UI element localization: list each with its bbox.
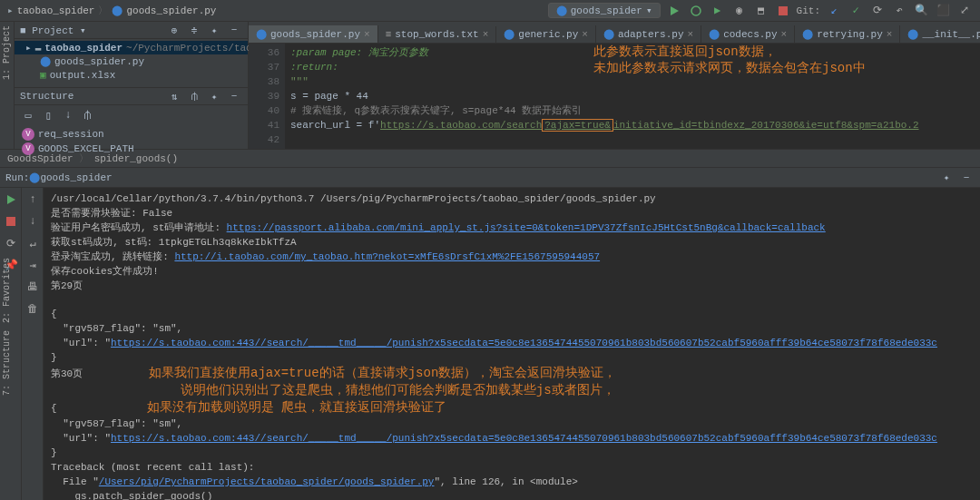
file-item-xlsx[interactable]: ▣ output.xlsx: [15, 68, 248, 82]
scroll-end-button[interactable]: ⇥: [24, 257, 41, 273]
print-button[interactable]: 🖶: [24, 279, 41, 295]
vcs-update-button[interactable]: ↙: [826, 3, 842, 19]
vcs-revert-button[interactable]: ↶: [891, 3, 907, 19]
rerun-button[interactable]: [3, 191, 19, 208]
select-opened-icon[interactable]: ⊕: [166, 22, 182, 38]
svg-point-0: [691, 6, 701, 15]
tab-stop-words[interactable]: ≡stop_words.txt×: [378, 26, 497, 43]
structure-hide-icon[interactable]: −: [226, 88, 242, 104]
folder-icon: ▬: [35, 43, 42, 54]
file-label: goods_spider.py: [54, 56, 144, 67]
close-icon[interactable]: ×: [364, 29, 370, 40]
maximize-button[interactable]: ⤢: [956, 3, 973, 19]
struct-btn-4[interactable]: ⫛: [80, 107, 96, 123]
expand-all-icon[interactable]: ≑: [186, 22, 202, 38]
python-icon: ⬤: [40, 55, 51, 67]
stop-button[interactable]: [775, 3, 791, 19]
hide-icon[interactable]: −: [226, 22, 242, 38]
structure-sort-icon[interactable]: ⇅: [166, 88, 182, 104]
favorites-tool-tab[interactable]: 2: Favorites: [0, 254, 14, 327]
run-coverage-button[interactable]: ▶: [710, 3, 726, 19]
editor-tabs: ⬤goods_spider.py× ≡stop_words.txt× ⬤gene…: [249, 22, 980, 44]
run-panel-title: Run:: [5, 172, 29, 183]
var-label: req_session: [38, 129, 104, 140]
code-editor[interactable]: :param page: 淘宝分页参数 :return: """ s = pag…: [285, 44, 980, 149]
run-button[interactable]: [666, 3, 682, 19]
svg-rect-1: [779, 6, 788, 15]
chevron-down-icon: ▾: [646, 5, 652, 16]
structure-tool-tab[interactable]: 7: Structure: [0, 327, 14, 399]
breadcrumb-file[interactable]: goods_spider.py: [126, 5, 216, 16]
ide-settings-button[interactable]: ⬛: [935, 3, 951, 19]
python-icon: ⬤: [29, 172, 40, 183]
project-panel-title: ■ Project ▾: [20, 25, 86, 36]
soft-wrap-button[interactable]: ↵: [24, 235, 41, 251]
gutter: 3637383940414243: [249, 44, 285, 149]
file-label: output.xlsx: [50, 70, 116, 81]
project-root-label: taobao_spider: [44, 43, 122, 54]
python-icon: ⬤: [556, 5, 567, 16]
settings-icon[interactable]: ✦: [206, 22, 222, 38]
breadcrumb: ▸ taobao_spider 〉 ⬤ goods_spider.py: [7, 4, 216, 17]
structure-var[interactable]: V req_session: [22, 127, 240, 142]
run-config-name: goods_spider: [40, 172, 112, 183]
project-root[interactable]: ▸▬ taobao_spider ~/PycharmProjects/taoba…: [15, 41, 248, 54]
scroll-up-button[interactable]: ↑: [24, 191, 41, 208]
debug-button[interactable]: [688, 3, 704, 19]
folder-icon: ▸: [7, 5, 14, 16]
tab-adapters[interactable]: ⬤adapters.py×: [596, 25, 701, 43]
run-restart-button[interactable]: ⟳: [3, 235, 19, 251]
crumb-function[interactable]: spider_goods(): [94, 153, 178, 164]
search-button[interactable]: 🔍: [913, 3, 929, 19]
attach-button[interactable]: ⬒: [753, 3, 769, 19]
clear-button[interactable]: 🗑: [24, 300, 41, 317]
breadcrumb-root[interactable]: taobao_spider: [17, 5, 95, 16]
structure-panel-title: Structure: [20, 91, 74, 102]
console-annotation: 如果我们直接使用ajax=true的话（直接请求json数据），淘宝会返回滑块验…: [51, 366, 616, 397]
tab-goods-spider[interactable]: ⬤goods_spider.py×: [249, 25, 378, 43]
tab-generic[interactable]: ⬤generic.py×: [496, 25, 596, 43]
variable-icon: V: [22, 128, 34, 141]
svg-rect-2: [6, 217, 15, 226]
code-annotation: 此参数表示直接返回json数据，未加此参数表示请求网页，数据会包含在json中: [593, 44, 866, 76]
git-label: Git:: [797, 5, 820, 16]
tab-codecs[interactable]: ⬤codecs.py×: [701, 25, 795, 43]
scroll-down-button[interactable]: ↓: [24, 213, 41, 230]
run-hide-icon[interactable]: −: [958, 170, 975, 186]
run-stop-button[interactable]: [3, 213, 19, 230]
crumb-class[interactable]: GoodsSpider: [7, 153, 74, 164]
console-output[interactable]: /usr/local/Cellar/python/3.7.4/bin/pytho…: [44, 188, 980, 500]
tab-retrying[interactable]: ⬤retrying.py×: [795, 25, 900, 43]
file-item-py[interactable]: ⬤ goods_spider.py: [15, 54, 248, 68]
tab-init[interactable]: ⬤__init__.py×: [900, 25, 980, 43]
struct-btn-3[interactable]: ↓: [60, 107, 76, 123]
structure-filter-icon[interactable]: ⫛: [186, 88, 202, 104]
run-config-selector[interactable]: ⬤ goods_spider ▾: [548, 3, 661, 18]
python-icon: ⬤: [112, 5, 122, 16]
project-tool-tab[interactable]: 1: Project: [0, 22, 14, 83]
struct-btn-2[interactable]: ▯: [40, 107, 56, 123]
structure-settings-icon[interactable]: ✦: [206, 88, 222, 104]
console-annotation: 如果没有加载则说明是 爬虫，就直接返回滑块验证了: [147, 400, 446, 415]
run-config-label: goods_spider: [571, 5, 642, 16]
run-settings-icon[interactable]: ✦: [938, 170, 955, 186]
struct-btn-1[interactable]: ▭: [20, 107, 36, 123]
vcs-commit-button[interactable]: ✓: [848, 3, 864, 19]
profile-button[interactable]: ◉: [731, 3, 748, 19]
xlsx-icon: ▣: [40, 69, 46, 81]
vcs-history-button[interactable]: ⟳: [869, 3, 886, 19]
